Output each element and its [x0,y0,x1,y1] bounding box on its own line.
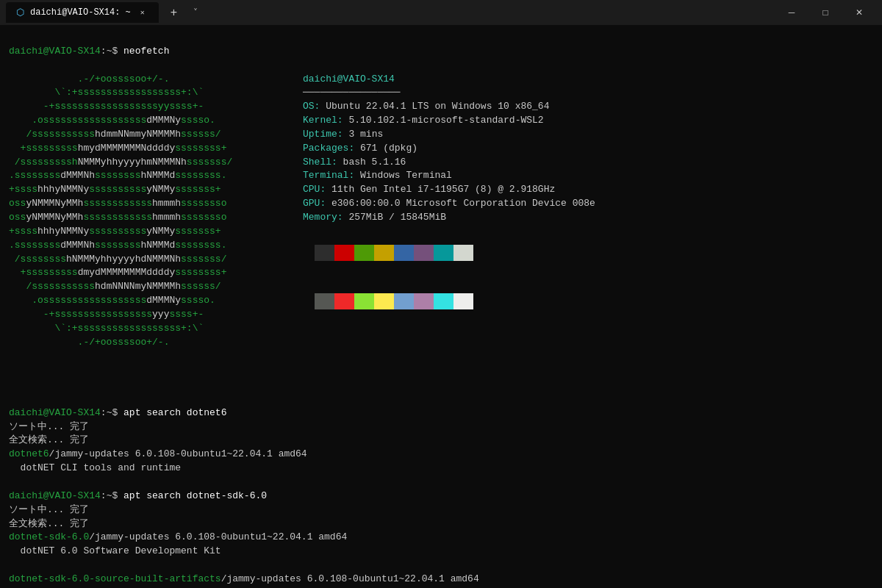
new-tab-button[interactable]: + [165,3,183,22]
ascii-art: .-/+oossssoo+/-. \`:+ssssssssssssssssss+… [9,59,303,364]
command-line-2: daichi@VAIO-SX14:~$ apt search dotnet6 [9,407,226,418]
terminal-tab[interactable]: ⬡ daichi@VAIO-SX14: ~ ✕ [6,2,159,23]
sort-line-1: ソート中... 完了 [9,421,89,432]
terminal-icon: ⬡ [16,7,24,18]
minimize-button[interactable]: ─ [775,0,808,25]
search-line-2: 全文検索... 完了 [9,518,89,529]
command-line-1: daichi@VAIO-SX14:~$ neofetch [9,46,169,57]
pkg3-header: dotnet-sdk-6.0-source-built-artifacts/ja… [9,573,479,584]
color-swatches-bright [315,293,473,309]
tab-dropdown-button[interactable]: ˅ [189,4,202,21]
tab-label: daichi@VAIO-SX14: ~ [30,7,131,18]
search-line-1: 全文検索... 完了 [9,434,89,445]
color-swatches [315,245,473,261]
user-host-display: daichi@VAIO-SX14 [303,74,395,85]
pkg1-desc: dotNET CLI tools and runtime [9,462,181,473]
neofetch-info: daichi@VAIO-SX14 ───────────────── OS: U… [303,59,595,364]
separator-line: ───────────────── [303,87,401,98]
maximize-button[interactable]: □ [808,0,842,25]
titlebar: ⬡ daichi@VAIO-SX14: ~ ✕ + ˅ ─ □ ✕ [0,0,882,25]
sort-line-2: ソート中... 完了 [9,504,89,515]
pkg2-desc: dotNET 6.0 Software Development Kit [9,545,221,556]
close-button[interactable]: ✕ [842,0,876,25]
pkg1-header: dotnet6/jammy-updates 6.0.108-0ubuntu1~2… [9,448,307,459]
terminal-content[interactable]: daichi@VAIO-SX14:~$ neofetch .-/+oosssso… [0,25,882,588]
pkg2-header: dotnet-sdk-6.0/jammy-updates 6.0.108-0ub… [9,531,347,542]
neofetch-output: .-/+oossssoo+/-. \`:+ssssssssssssssssss+… [9,59,873,364]
tab-close-button[interactable]: ✕ [137,7,148,18]
window-controls: ─ □ ✕ [775,0,876,25]
command-line-3: daichi@VAIO-SX14:~$ apt search dotnet-sd… [9,490,267,501]
